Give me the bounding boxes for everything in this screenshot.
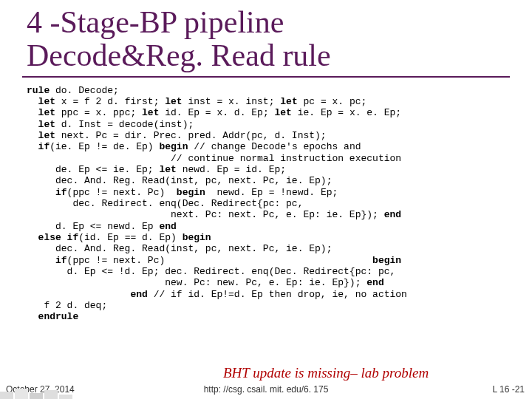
code-block: rule do. Decode; let x = f 2 d. first; l…	[27, 85, 532, 323]
kw-end: end	[384, 209, 401, 220]
code-text: dec. And. Reg. Read(inst, pc, next. Pc, …	[27, 175, 332, 186]
bht-note: BHT update is missing– lab problem	[223, 365, 429, 381]
kw-endrule: endrule	[27, 311, 78, 322]
code-text: d. Inst = decode(inst);	[55, 119, 194, 130]
code-text: newd. Ep = !newd. Ep;	[205, 187, 338, 198]
code-text: dec. Redirect. enq(Dec. Redirect{pc: pc,	[27, 198, 303, 209]
code-text: // change Decode's epochs and	[188, 141, 361, 152]
kw-end: end	[159, 221, 176, 232]
code-text: x = f 2 d. first;	[55, 96, 165, 107]
kw-begin: begin	[177, 187, 205, 198]
svg-rect-4	[59, 395, 72, 399]
code-text: de. Ep <= ie. Ep;	[27, 164, 159, 175]
kw-let: let	[159, 164, 176, 175]
code-text: ie. Ep = x. e. Ep;	[292, 107, 401, 118]
kw-let: let	[274, 107, 291, 118]
title-underline	[22, 76, 510, 78]
kw-if: if	[27, 187, 67, 198]
slide-title: 4 -Stage-BP pipeline Decode&Reg. Read ru…	[27, 6, 532, 73]
kw-begin: begin	[183, 232, 211, 243]
code-text: f 2 d. deq;	[27, 300, 107, 311]
kw-end: end	[27, 289, 148, 300]
code-text: d. Ep <= !d. Ep; dec. Redirect. enq(Dec.…	[27, 266, 395, 277]
kw-if: if	[27, 141, 50, 152]
footer-url: http: //csg. csail. mit. edu/6. 175	[0, 384, 532, 395]
code-text: // continue normal instruction execution	[27, 153, 401, 164]
code-text: (ppc != next. Pc)	[67, 255, 372, 266]
code-text: new. Pc: new. Pc, e. Ep: ie. Ep});	[27, 277, 366, 288]
kw-if: if	[27, 255, 67, 266]
code-text: ppc = x. ppc;	[55, 107, 142, 118]
kw-begin: begin	[372, 255, 401, 266]
kw-end: end	[366, 277, 383, 288]
code-text: dec. And. Reg. Read(inst, pc, next. Pc, …	[27, 243, 332, 254]
kw-let: let	[27, 130, 55, 141]
kw-let: let	[165, 96, 182, 107]
footer-page: L 16 -21	[492, 384, 525, 395]
code-text: (id. Ep == d. Ep)	[78, 232, 182, 243]
title-line-1: 4 -Stage-BP pipeline	[27, 5, 284, 39]
code-text: (ppc != next. Pc)	[67, 187, 177, 198]
code-text: pc = x. pc;	[298, 96, 367, 107]
code-text: id. Ep = x. d. Ep;	[159, 107, 274, 118]
kw-begin: begin	[159, 141, 188, 152]
kw-let: let	[27, 119, 55, 130]
kw-let: let	[142, 107, 159, 118]
title-line-2: Decode&Reg. Read rule	[27, 38, 331, 72]
kw-let: let	[27, 96, 55, 107]
kw-elseif: else if	[27, 232, 78, 243]
code-text: inst = x. inst;	[183, 96, 281, 107]
kw-let: let	[280, 96, 297, 107]
code-text: next. Pc: next. Pc, e. Ep: ie. Ep});	[27, 209, 384, 220]
code-text: newd. Ep = id. Ep;	[177, 164, 286, 175]
code-text: do. Decode;	[50, 85, 119, 96]
code-text: // if id. Ep!=d. Ep then drop, ie, no ac…	[148, 289, 407, 300]
code-text: next. Pc = dir. Prec. pred. Addr(pc, d. …	[55, 130, 327, 141]
kw-rule: rule	[27, 85, 50, 96]
code-text: d. Ep <= newd. Ep	[27, 221, 159, 232]
code-text: (ie. Ep != de. Ep)	[50, 141, 159, 152]
kw-let: let	[27, 107, 55, 118]
